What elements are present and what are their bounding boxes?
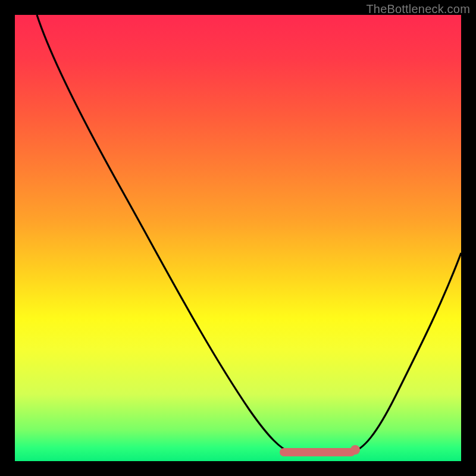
chart-frame: TheBottleneck.com — [0, 0, 476, 476]
watermark-text: TheBottleneck.com — [366, 2, 470, 16]
curve-path — [37, 15, 461, 452]
sweet-spot-end-dot — [350, 445, 360, 455]
bottleneck-curve — [15, 15, 461, 461]
plot-area — [15, 15, 461, 461]
